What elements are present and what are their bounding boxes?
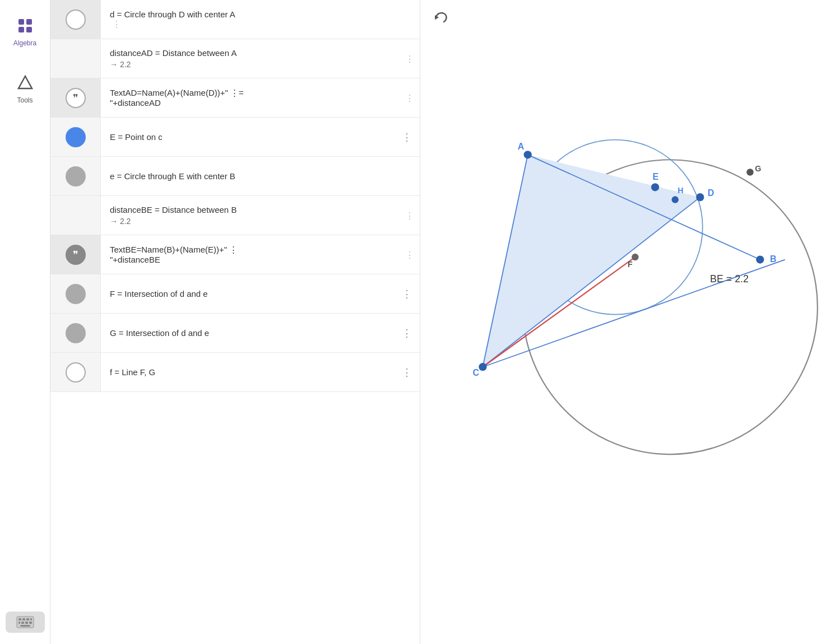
point-E[interactable]	[651, 183, 659, 191]
svg-rect-8	[22, 618, 25, 620]
quote-icon-textAD: ❞	[66, 88, 86, 108]
svg-rect-13	[25, 622, 28, 624]
svg-rect-7	[18, 618, 21, 620]
G-text: G = Intersection of d and e	[110, 328, 411, 338]
row-content-E-point: E = Point on c ⋮	[101, 118, 420, 156]
f-line-text: f = Line F, G	[110, 367, 411, 377]
drag-handle-distanceAD[interactable]: ⋮	[405, 53, 414, 64]
row-textBE: ❞ TextBE=Name(B)+(Name(E))+" ⋮ "+distanc…	[50, 235, 420, 274]
row-content-distanceBE: distanceBE = Distance between B → 2.2 ⋮	[101, 196, 420, 235]
tools-tool[interactable]: Tools	[8, 68, 42, 109]
svg-rect-15	[20, 625, 30, 627]
row-e-circle: e = Circle through E with center B	[50, 157, 420, 196]
svg-rect-3	[26, 27, 32, 32]
point-F[interactable]	[632, 254, 638, 260]
row-icon-F	[50, 274, 101, 313]
label-F: F	[628, 260, 633, 269]
d-circle-text: d = Circle through D with center A	[110, 10, 411, 19]
textAD-line2: "+distanceAD	[110, 98, 411, 108]
drag-handle-distanceBE[interactable]: ⋮	[405, 210, 414, 221]
label-H: H	[678, 186, 683, 195]
row-G-intersection: G = Intersection of d and e ⋮	[50, 314, 420, 353]
distanceBE-subtext: → 2.2	[110, 217, 411, 226]
algebra-panel: d = Circle through D with center A ⋮ dis…	[50, 0, 420, 644]
F-text: F = Intersection of d and e	[110, 289, 411, 298]
tools-label: Tools	[17, 96, 33, 104]
row-icon-E-point	[50, 118, 101, 156]
drag-handle-textBE[interactable]: ⋮	[405, 249, 414, 260]
label-A: A	[518, 141, 525, 151]
label-B: B	[770, 254, 777, 264]
point-G[interactable]	[746, 169, 753, 175]
distanceBE-text: distanceBE = Distance between B	[110, 205, 411, 214]
menu-btn-E-point[interactable]: ⋮	[400, 129, 414, 146]
row-content-G: G = Intersection of d and e ⋮	[101, 314, 420, 352]
left-toolbar: Algebra Tools	[0, 0, 50, 644]
row-content-e-circle: e = Circle through E with center B	[101, 157, 420, 195]
menu-btn-f-line[interactable]: ⋮	[400, 364, 414, 381]
row-content-distanceAD: distanceAD = Distance between A → 2.2 ⋮	[101, 39, 420, 78]
row-icon-textAD: ❞	[50, 78, 101, 117]
tools-icon	[15, 73, 35, 93]
point-C[interactable]	[479, 363, 486, 371]
svg-rect-10	[30, 618, 32, 620]
row-distanceBE: distanceBE = Distance between B → 2.2 ⋮	[50, 196, 420, 235]
svg-rect-2	[18, 27, 24, 32]
svg-rect-9	[26, 618, 29, 620]
row-icon-textBE: ❞	[50, 235, 101, 274]
row-icon-e-circle	[50, 157, 101, 195]
row-distanceAD: distanceAD = Distance between A → 2.2 ⋮	[50, 39, 420, 78]
svg-rect-14	[29, 622, 32, 624]
e-circle-text: e = Circle through E with center B	[110, 171, 411, 181]
geometry-canvas[interactable]: BE = 2.2 A B C D E H F G	[420, 0, 835, 644]
circle-white-icon-f	[66, 362, 86, 382]
textBE-line2: "+distanceBE	[110, 255, 411, 264]
point-D[interactable]	[696, 193, 704, 201]
point-A[interactable]	[524, 151, 532, 158]
point-H[interactable]	[671, 196, 678, 203]
circle-white-icon-d	[66, 10, 86, 30]
svg-rect-11	[18, 622, 20, 624]
BE-label: BE = 2.2	[710, 273, 749, 284]
row-content-d-circle: d = Circle through D with center A ⋮	[101, 0, 420, 39]
canvas-area[interactable]: BE = 2.2 A B C D E H F G	[420, 0, 835, 644]
row-content-textAD: TextAD=Name(A)+(Name(D))+" ⋮= "+distance…	[101, 78, 420, 117]
row-F-intersection: F = Intersection of d and e ⋮	[50, 274, 420, 314]
row-icon-distanceBE	[50, 196, 101, 235]
algebra-label: Algebra	[13, 39, 36, 47]
drag-handle-d[interactable]: ⋮	[112, 19, 411, 30]
algebra-icon	[15, 16, 35, 36]
row-icon-G	[50, 314, 101, 352]
triangle-ACD	[483, 155, 700, 367]
menu-btn-G[interactable]: ⋮	[400, 325, 414, 342]
circle-blue-icon-E	[66, 127, 86, 147]
svg-rect-0	[18, 19, 24, 25]
drag-handle-textAD[interactable]: ⋮	[405, 92, 414, 103]
label-G: G	[755, 164, 761, 173]
E-point-text: E = Point on c	[110, 132, 411, 142]
label-D: D	[708, 188, 715, 198]
circle-gray-icon-e	[66, 166, 86, 186]
row-icon-f-line	[50, 353, 101, 391]
circle-gray-icon-G	[66, 323, 86, 343]
row-textAD: ❞ TextAD=Name(A)+(Name(D))+" ⋮= "+distan…	[50, 78, 420, 118]
label-C: C	[473, 367, 480, 377]
menu-btn-F[interactable]: ⋮	[400, 286, 414, 302]
svg-marker-4	[18, 76, 32, 88]
point-B[interactable]	[756, 255, 764, 263]
row-content-textBE: TextBE=Name(B)+(Name(E))+" ⋮ "+distanceB…	[101, 235, 420, 274]
row-icon-d-circle	[50, 0, 101, 39]
undo-button[interactable]	[432, 8, 449, 30]
row-content-f-line: f = Line F, G ⋮	[101, 353, 420, 391]
row-content-F: F = Intersection of d and e ⋮	[101, 274, 420, 313]
algebra-tool[interactable]: Algebra	[7, 11, 43, 52]
keyboard-button[interactable]	[6, 612, 45, 633]
row-E-point: E = Point on c ⋮	[50, 118, 420, 157]
svg-rect-12	[21, 622, 24, 624]
row-icon-distanceAD	[50, 39, 101, 78]
textAD-line1: TextAD=Name(A)+(Name(D))+" ⋮=	[110, 88, 411, 98]
distanceAD-text: distanceAD = Distance between A	[110, 48, 411, 58]
row-f-line: f = Line F, G ⋮	[50, 353, 420, 392]
circle-gray-icon-F	[66, 284, 86, 304]
quote-icon-textBE: ❞	[66, 245, 86, 265]
